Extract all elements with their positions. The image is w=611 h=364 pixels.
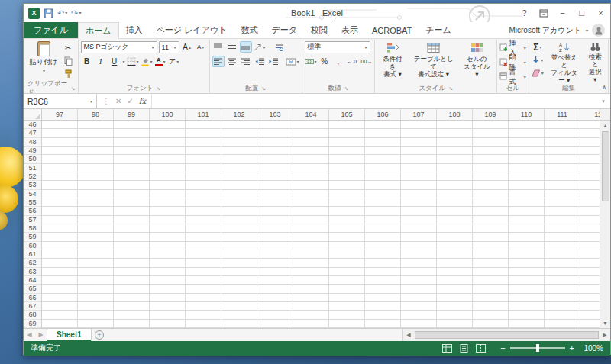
decrease-indent-button[interactable] bbox=[254, 56, 266, 67]
align-top-button[interactable] bbox=[212, 41, 225, 53]
expand-formula-bar-button[interactable]: ▾ bbox=[596, 94, 610, 108]
zoom-slider-thumb[interactable] bbox=[536, 344, 539, 352]
row-header-67[interactable]: 67 bbox=[24, 302, 41, 311]
row-header-63[interactable]: 63 bbox=[24, 268, 41, 276]
name-box[interactable]: R3C6 ▾ bbox=[24, 94, 97, 108]
row-header-58[interactable]: 58 bbox=[24, 224, 41, 233]
formula-input[interactable] bbox=[152, 94, 596, 108]
comma-style-button[interactable]: , bbox=[332, 56, 344, 67]
scroll-right-icon[interactable]: ▶ bbox=[600, 332, 610, 338]
align-right-button[interactable] bbox=[240, 56, 252, 67]
page-layout-view-button[interactable] bbox=[457, 343, 471, 354]
column-header-98[interactable]: 98 bbox=[78, 109, 114, 120]
enter-button[interactable]: ✓ bbox=[127, 97, 133, 105]
dialog-launcher-icon[interactable]: ↘ bbox=[71, 85, 76, 92]
column-header-105[interactable]: 105 bbox=[329, 109, 365, 120]
autosum-button[interactable]: Σ ▾ bbox=[532, 41, 544, 53]
cut-button[interactable]: ✂ bbox=[62, 42, 74, 53]
italic-button[interactable]: I bbox=[95, 56, 107, 67]
column-header-106[interactable]: 106 bbox=[365, 109, 401, 120]
currency-format-button[interactable]: ▾ bbox=[305, 56, 317, 67]
align-left-button[interactable] bbox=[212, 56, 225, 67]
close-button[interactable]: × bbox=[591, 4, 610, 22]
row-header-54[interactable]: 54 bbox=[24, 190, 41, 198]
tab-表示[interactable]: 表示 bbox=[335, 22, 365, 38]
copy-button[interactable] bbox=[62, 55, 74, 66]
zoom-level[interactable]: 100% bbox=[579, 344, 603, 353]
clear-button[interactable]: ▾ bbox=[532, 67, 544, 79]
column-header-108[interactable]: 108 bbox=[437, 109, 473, 120]
dialog-launcher-icon[interactable]: ↘ bbox=[344, 85, 349, 92]
merge-center-button[interactable]: ▾ bbox=[286, 56, 299, 67]
tab-数式[interactable]: 数式 bbox=[234, 22, 264, 38]
align-center-button[interactable] bbox=[226, 56, 238, 67]
zoom-slider[interactable] bbox=[510, 347, 565, 349]
zoom-out-button[interactable]: − bbox=[500, 343, 505, 353]
row-header-59[interactable]: 59 bbox=[24, 233, 41, 241]
tab-校閲[interactable]: 校閲 bbox=[304, 22, 335, 38]
row-header-49[interactable]: 49 bbox=[24, 147, 41, 155]
column-header-11[interactable]: 11 bbox=[580, 109, 600, 120]
conditional-formatting-button[interactable]: 条件付き 書式 ▾ bbox=[377, 40, 407, 78]
column-header-109[interactable]: 109 bbox=[473, 109, 509, 120]
row-header-69[interactable]: 69 bbox=[24, 320, 41, 328]
account-menu[interactable]: Microsoft アカウント ▾ bbox=[509, 22, 610, 38]
help-button[interactable]: ? bbox=[515, 4, 534, 22]
row-header-53[interactable]: 53 bbox=[24, 181, 41, 189]
font-name-select[interactable]: MS Pゴシック ▾ bbox=[81, 41, 157, 53]
sort-filter-button[interactable]: A Z 並べ替えと フィルター ▾ bbox=[546, 40, 583, 84]
column-header-104[interactable]: 104 bbox=[293, 109, 329, 120]
paste-button[interactable]: 貼り付け ▾ bbox=[27, 40, 60, 73]
wrap-text-button[interactable] bbox=[273, 41, 286, 53]
decrease-decimal-button[interactable]: .00→ bbox=[360, 56, 373, 67]
tab-ホーム[interactable]: ホーム bbox=[78, 22, 119, 39]
tab-file[interactable]: ファイル bbox=[24, 22, 78, 38]
redo-button[interactable]: ↷ ▾ bbox=[71, 9, 81, 18]
orientation-button[interactable]: ▾ bbox=[254, 41, 266, 53]
format-as-table-button[interactable]: テーブルとして 書式設定 ▾ bbox=[410, 40, 457, 78]
row-header-61[interactable]: 61 bbox=[24, 250, 41, 259]
align-bottom-button[interactable] bbox=[240, 41, 252, 53]
select-all-button[interactable] bbox=[24, 109, 42, 120]
scroll-up-icon[interactable]: ▲ bbox=[600, 121, 610, 130]
underline-button[interactable]: U bbox=[108, 56, 121, 67]
row-header-57[interactable]: 57 bbox=[24, 216, 41, 224]
row-header-55[interactable]: 55 bbox=[24, 198, 41, 207]
sheet-nav-next-icon[interactable]: ▶ bbox=[35, 329, 47, 341]
bold-button[interactable]: B bbox=[81, 56, 93, 67]
minimize-button[interactable]: − bbox=[553, 4, 572, 22]
excel-logo-icon[interactable]: X bbox=[28, 8, 40, 19]
percent-style-button[interactable]: % bbox=[318, 56, 331, 67]
row-header-68[interactable]: 68 bbox=[24, 311, 41, 319]
column-header-107[interactable]: 107 bbox=[401, 109, 437, 120]
tab-チーム[interactable]: チーム bbox=[419, 22, 458, 38]
insert-function-button[interactable]: fx bbox=[139, 97, 146, 105]
scroll-down-icon[interactable]: ▼ bbox=[600, 318, 610, 328]
scroll-left-icon[interactable]: ◀ bbox=[403, 332, 414, 338]
row-header-66[interactable]: 66 bbox=[24, 294, 41, 302]
column-header-111[interactable]: 111 bbox=[545, 109, 580, 120]
page-break-preview-button[interactable] bbox=[474, 343, 488, 354]
align-middle-button[interactable] bbox=[226, 41, 238, 53]
tab-データ[interactable]: データ bbox=[264, 22, 304, 38]
drag-handle-icon[interactable]: ⋮ bbox=[102, 97, 110, 105]
borders-button[interactable]: ▾ bbox=[127, 56, 139, 67]
tab-ACROBAT[interactable]: ACROBAT bbox=[365, 22, 419, 38]
fill-button[interactable]: ▾ bbox=[532, 54, 544, 66]
vertical-scroll-thumb[interactable] bbox=[602, 131, 609, 201]
row-header-56[interactable]: 56 bbox=[24, 207, 41, 215]
row-header-62[interactable]: 62 bbox=[24, 259, 41, 267]
column-header-97[interactable]: 97 bbox=[42, 109, 78, 120]
number-format-select[interactable]: 標準 ▾ bbox=[305, 41, 370, 53]
phonetic-guide-button[interactable]: ア ▾ bbox=[168, 56, 180, 67]
row-header-48[interactable]: 48 bbox=[24, 138, 41, 147]
collapse-ribbon-button[interactable]: ∧ bbox=[602, 84, 606, 91]
fill-color-button[interactable]: ▾ bbox=[141, 56, 153, 67]
increase-font-size-button[interactable]: A▴ bbox=[181, 41, 193, 53]
find-select-button[interactable]: 検索と 選択 ▾ bbox=[585, 40, 606, 83]
row-header-60[interactable]: 60 bbox=[24, 242, 41, 250]
column-header-99[interactable]: 99 bbox=[114, 109, 150, 120]
tab-挿入[interactable]: 挿入 bbox=[119, 22, 150, 38]
dialog-launcher-icon[interactable]: ↘ bbox=[448, 85, 453, 92]
row-header-47[interactable]: 47 bbox=[24, 129, 41, 137]
